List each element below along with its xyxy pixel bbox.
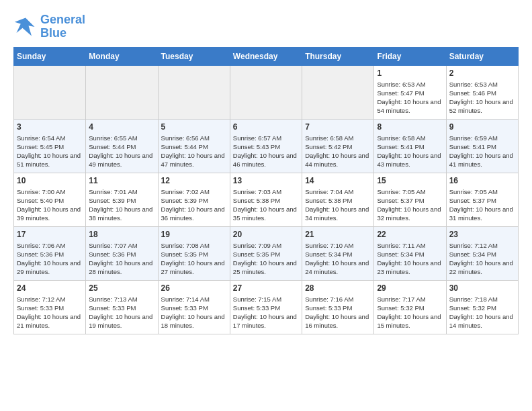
header-cell-tuesday: Tuesday [158, 47, 230, 65]
day-number: 12 [161, 176, 227, 185]
cell-info: Sunrise: 7:18 AM Sunset: 5:32 PM Dayligh… [449, 295, 515, 330]
cell-info: Sunrise: 7:10 AM Sunset: 5:34 PM Dayligh… [305, 241, 371, 277]
week-row-3: 10Sunrise: 7:00 AM Sunset: 5:40 PM Dayli… [14, 173, 519, 226]
day-number: 28 [305, 283, 371, 293]
cell-info: Sunrise: 7:14 AM Sunset: 5:33 PM Dayligh… [161, 295, 227, 330]
calendar-cell [158, 65, 230, 119]
cell-info: Sunrise: 7:16 AM Sunset: 5:33 PM Dayligh… [305, 295, 371, 330]
cell-info: Sunrise: 6:56 AM Sunset: 5:44 PM Dayligh… [161, 134, 227, 169]
calendar-cell: 13Sunrise: 7:03 AM Sunset: 5:38 PM Dayli… [230, 173, 302, 226]
cell-info: Sunrise: 7:01 AM Sunset: 5:39 PM Dayligh… [89, 187, 154, 223]
day-number: 27 [233, 283, 299, 293]
calendar-cell: 19Sunrise: 7:08 AM Sunset: 5:35 PM Dayli… [158, 226, 230, 280]
day-number: 15 [377, 176, 443, 185]
day-number: 25 [89, 283, 154, 293]
calendar-cell [14, 65, 86, 119]
calendar-cell: 2Sunrise: 6:53 AM Sunset: 5:46 PM Daylig… [446, 65, 518, 119]
week-row-2: 3Sunrise: 6:54 AM Sunset: 5:45 PM Daylig… [14, 119, 519, 173]
cell-info: Sunrise: 7:13 AM Sunset: 5:33 PM Dayligh… [89, 295, 154, 330]
cell-info: Sunrise: 7:07 AM Sunset: 5:36 PM Dayligh… [89, 241, 154, 277]
day-number: 23 [449, 230, 515, 239]
calendar-cell: 25Sunrise: 7:13 AM Sunset: 5:33 PM Dayli… [86, 280, 158, 334]
day-number: 16 [449, 176, 515, 185]
logo: General Blue [13, 13, 85, 40]
day-number: 29 [377, 283, 443, 293]
header-row: SundayMondayTuesdayWednesdayThursdayFrid… [14, 47, 519, 65]
day-number: 11 [89, 176, 154, 185]
cell-info: Sunrise: 6:58 AM Sunset: 5:41 PM Dayligh… [377, 134, 443, 169]
cell-info: Sunrise: 7:03 AM Sunset: 5:38 PM Dayligh… [233, 187, 299, 223]
cell-info: Sunrise: 7:17 AM Sunset: 5:32 PM Dayligh… [377, 295, 443, 330]
day-number: 9 [449, 122, 515, 132]
cell-info: Sunrise: 6:58 AM Sunset: 5:42 PM Dayligh… [305, 134, 371, 169]
day-number: 13 [233, 176, 299, 185]
calendar-cell: 3Sunrise: 6:54 AM Sunset: 5:45 PM Daylig… [14, 119, 86, 173]
cell-info: Sunrise: 6:53 AM Sunset: 5:46 PM Dayligh… [449, 80, 515, 116]
cell-info: Sunrise: 7:11 AM Sunset: 5:34 PM Dayligh… [377, 241, 443, 277]
calendar-cell: 12Sunrise: 7:02 AM Sunset: 5:39 PM Dayli… [158, 173, 230, 226]
calendar-cell: 26Sunrise: 7:14 AM Sunset: 5:33 PM Dayli… [158, 280, 230, 334]
calendar-cell [230, 65, 302, 119]
day-number: 5 [161, 122, 227, 132]
day-number: 1 [377, 68, 443, 78]
calendar-cell: 16Sunrise: 7:05 AM Sunset: 5:37 PM Dayli… [446, 173, 518, 226]
cell-info: Sunrise: 7:06 AM Sunset: 5:36 PM Dayligh… [17, 241, 83, 277]
day-number: 8 [377, 122, 443, 132]
header-cell-saturday: Saturday [446, 47, 518, 65]
cell-info: Sunrise: 7:15 AM Sunset: 5:33 PM Dayligh… [233, 295, 299, 330]
logo-icon [13, 15, 38, 39]
week-row-1: 1Sunrise: 6:53 AM Sunset: 5:47 PM Daylig… [14, 65, 519, 119]
day-number: 17 [17, 230, 83, 239]
header-cell-wednesday: Wednesday [230, 47, 302, 65]
cell-info: Sunrise: 7:12 AM Sunset: 5:34 PM Dayligh… [449, 241, 515, 277]
cell-info: Sunrise: 7:08 AM Sunset: 5:35 PM Dayligh… [161, 241, 227, 277]
cell-info: Sunrise: 7:12 AM Sunset: 5:33 PM Dayligh… [17, 295, 83, 330]
header-cell-sunday: Sunday [14, 47, 86, 65]
day-number: 21 [305, 230, 371, 239]
calendar-cell: 23Sunrise: 7:12 AM Sunset: 5:34 PM Dayli… [446, 226, 518, 280]
calendar-cell: 20Sunrise: 7:09 AM Sunset: 5:35 PM Dayli… [230, 226, 302, 280]
calendar-cell: 21Sunrise: 7:10 AM Sunset: 5:34 PM Dayli… [302, 226, 374, 280]
day-number: 14 [305, 176, 371, 185]
day-number: 26 [161, 283, 227, 293]
day-number: 22 [377, 230, 443, 239]
page-header: General Blue [13, 13, 519, 40]
calendar-cell: 30Sunrise: 7:18 AM Sunset: 5:32 PM Dayli… [446, 280, 518, 334]
day-number: 19 [161, 230, 227, 239]
day-number: 3 [17, 122, 83, 132]
cell-info: Sunrise: 6:53 AM Sunset: 5:47 PM Dayligh… [377, 80, 443, 116]
calendar-cell [302, 65, 374, 119]
cell-info: Sunrise: 7:09 AM Sunset: 5:35 PM Dayligh… [233, 241, 299, 277]
day-number: 7 [305, 122, 371, 132]
calendar-cell: 10Sunrise: 7:00 AM Sunset: 5:40 PM Dayli… [14, 173, 86, 226]
calendar-cell [86, 65, 158, 119]
header-cell-monday: Monday [86, 47, 158, 65]
calendar-cell: 28Sunrise: 7:16 AM Sunset: 5:33 PM Dayli… [302, 280, 374, 334]
day-number: 20 [233, 230, 299, 239]
cell-info: Sunrise: 7:05 AM Sunset: 5:37 PM Dayligh… [377, 187, 443, 223]
cell-info: Sunrise: 7:02 AM Sunset: 5:39 PM Dayligh… [161, 187, 227, 223]
calendar-cell: 11Sunrise: 7:01 AM Sunset: 5:39 PM Dayli… [86, 173, 158, 226]
day-number: 18 [89, 230, 154, 239]
day-number: 2 [449, 68, 515, 78]
calendar-cell: 29Sunrise: 7:17 AM Sunset: 5:32 PM Dayli… [374, 280, 446, 334]
day-number: 24 [17, 283, 83, 293]
calendar-cell: 22Sunrise: 7:11 AM Sunset: 5:34 PM Dayli… [374, 226, 446, 280]
week-row-5: 24Sunrise: 7:12 AM Sunset: 5:33 PM Dayli… [14, 280, 519, 334]
week-row-4: 17Sunrise: 7:06 AM Sunset: 5:36 PM Dayli… [14, 226, 519, 280]
calendar-cell: 18Sunrise: 7:07 AM Sunset: 5:36 PM Dayli… [86, 226, 158, 280]
calendar-cell: 6Sunrise: 6:57 AM Sunset: 5:43 PM Daylig… [230, 119, 302, 173]
calendar-cell: 27Sunrise: 7:15 AM Sunset: 5:33 PM Dayli… [230, 280, 302, 334]
calendar-cell: 7Sunrise: 6:58 AM Sunset: 5:42 PM Daylig… [302, 119, 374, 173]
calendar-cell: 8Sunrise: 6:58 AM Sunset: 5:41 PM Daylig… [374, 119, 446, 173]
calendar-table: SundayMondayTuesdayWednesdayThursdayFrid… [13, 47, 519, 334]
calendar-cell: 24Sunrise: 7:12 AM Sunset: 5:33 PM Dayli… [14, 280, 86, 334]
calendar-cell: 1Sunrise: 6:53 AM Sunset: 5:47 PM Daylig… [374, 65, 446, 119]
cell-info: Sunrise: 6:57 AM Sunset: 5:43 PM Dayligh… [233, 134, 299, 169]
calendar-cell: 17Sunrise: 7:06 AM Sunset: 5:36 PM Dayli… [14, 226, 86, 280]
svg-marker-0 [15, 17, 35, 36]
cell-info: Sunrise: 6:59 AM Sunset: 5:41 PM Dayligh… [449, 134, 515, 169]
cell-info: Sunrise: 7:05 AM Sunset: 5:37 PM Dayligh… [449, 187, 515, 223]
cell-info: Sunrise: 7:04 AM Sunset: 5:38 PM Dayligh… [305, 187, 371, 223]
cell-info: Sunrise: 7:00 AM Sunset: 5:40 PM Dayligh… [17, 187, 83, 223]
